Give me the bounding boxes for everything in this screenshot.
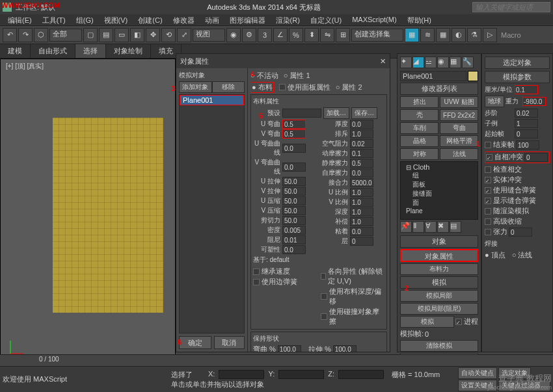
- cloth-force-chk[interactable]: 使用布料深度/偏移: [321, 287, 384, 306]
- unique-icon[interactable]: ∀: [425, 221, 437, 233]
- window-crossing-button[interactable]: ◧: [130, 28, 144, 42]
- add-object-button[interactable]: 添加对象: [179, 81, 212, 93]
- mod-spline[interactable]: 法线: [440, 148, 478, 160]
- object-list[interactable]: Plane001: [179, 94, 245, 333]
- modify-tab-icon[interactable]: ◢: [412, 57, 424, 68]
- selection-filter-dropdown[interactable]: 全部: [49, 29, 82, 42]
- radio-inactive[interactable]: ○ 不活动: [250, 71, 278, 81]
- pin-stack-icon[interactable]: 📌: [400, 221, 412, 233]
- mod-bend[interactable]: 弯曲: [440, 122, 478, 134]
- percent-snap-button[interactable]: %: [289, 28, 303, 42]
- scale-button[interactable]: ⤢: [177, 28, 191, 42]
- menu-help[interactable]: 帮助(H): [402, 14, 437, 25]
- erase-sim-button[interactable]: 清除模拟: [400, 340, 478, 352]
- config-icon[interactable]: ▤: [450, 221, 461, 233]
- render-setup-button[interactable]: ⚗: [467, 28, 481, 42]
- redo-button[interactable]: ↷: [18, 28, 33, 42]
- material-button[interactable]: ◐: [452, 28, 466, 42]
- u-comp-spinner[interactable]: 50.0: [282, 196, 306, 205]
- v-stretch-spinner[interactable]: 50.0: [282, 187, 306, 196]
- tension-chk[interactable]: 张力: [485, 227, 507, 237]
- seam-spinner[interactable]: 5000.0: [350, 178, 373, 187]
- named-selset-dropdown[interactable]: 创建选择集: [351, 29, 403, 42]
- adv-shrink-chk[interactable]: 高级收缩: [485, 216, 550, 226]
- create-tab-icon[interactable]: ✦: [400, 57, 412, 68]
- show-end-icon[interactable]: Ⅱ: [412, 221, 424, 233]
- schematic-button[interactable]: ▦: [436, 28, 450, 42]
- ks-bend-spinner[interactable]: 100.0: [278, 345, 301, 352]
- stack-group[interactable]: 组: [402, 171, 476, 180]
- help-search-input[interactable]: [472, 2, 550, 12]
- density-spinner[interactable]: 0.005: [282, 226, 306, 235]
- stack-plane[interactable]: Plane: [402, 207, 476, 215]
- sim-after-chk[interactable]: 随渲染模拟: [485, 206, 550, 216]
- object-list-item[interactable]: Plane001: [180, 95, 244, 105]
- y-input[interactable]: [278, 370, 324, 379]
- menu-animation[interactable]: 动画: [200, 14, 224, 25]
- sim-rollout[interactable]: 模拟: [400, 276, 478, 289]
- mod-symmetry[interactable]: 对称: [400, 148, 438, 160]
- show-sew-chk[interactable]: 显示缝合弹簧: [485, 196, 550, 205]
- aniso-chk[interactable]: 各向异性 (解除锁定 U,V): [321, 267, 384, 286]
- stack-panel[interactable]: 面板: [402, 180, 476, 189]
- pivot-button[interactable]: ◉: [226, 28, 241, 42]
- tension-spinner[interactable]: 0: [509, 228, 532, 237]
- air-spinner[interactable]: 0.02: [350, 139, 373, 148]
- menu-edit[interactable]: 编辑(E): [3, 14, 37, 25]
- offset-spinner[interactable]: 1.0: [350, 217, 373, 226]
- repel-spinner[interactable]: 1.0: [350, 129, 373, 138]
- mod-shell[interactable]: 壳: [400, 109, 438, 121]
- tab-modeling[interactable]: 建模: [0, 44, 31, 58]
- selffric-spinner[interactable]: 0.0: [350, 168, 373, 177]
- cancel-button[interactable]: 取消: [214, 336, 245, 349]
- load-preset-button[interactable]: 加载…: [323, 107, 349, 119]
- dynfric-spinner[interactable]: 0.1: [350, 149, 373, 158]
- display-tab-icon[interactable]: ▦: [450, 57, 461, 68]
- menu-customize[interactable]: 自定义(U): [305, 14, 347, 25]
- utilities-tab-icon[interactable]: 🔧: [462, 57, 474, 68]
- u-bcurve-spinner[interactable]: 0.0: [282, 144, 306, 153]
- z-input[interactable]: [338, 370, 384, 379]
- save-preset-button[interactable]: 保存…: [351, 107, 377, 119]
- earth-button[interactable]: 地球: [485, 96, 504, 107]
- object-properties-button[interactable]: 对象属性: [400, 249, 478, 262]
- object-color-swatch[interactable]: [468, 71, 478, 81]
- ok-button[interactable]: 确定: [179, 336, 211, 349]
- sim-local-button[interactable]: 模拟局部: [400, 290, 478, 302]
- startframe-spinner[interactable]: 0: [515, 129, 538, 138]
- substep-spinner[interactable]: 1: [515, 119, 538, 128]
- dialog-titlebar[interactable]: 对象属性 ✕: [176, 54, 390, 68]
- step-spinner[interactable]: 0.02: [515, 109, 538, 118]
- object-name-input[interactable]: [400, 71, 466, 81]
- self-coll-chk[interactable]: 自相冲突: [486, 152, 523, 162]
- angle-snap-button[interactable]: ∠: [273, 28, 288, 42]
- gravity-spinner[interactable]: -980.0: [522, 97, 546, 106]
- rotate-button[interactable]: ⟲: [161, 28, 176, 42]
- use-panel-checkbox[interactable]: 使用面板属性: [279, 83, 330, 92]
- menu-graph[interactable]: 图形编辑器: [224, 14, 271, 25]
- undo-button[interactable]: ↶: [3, 28, 17, 42]
- link-button[interactable]: ⬡: [34, 28, 48, 42]
- move-button[interactable]: ✥: [146, 28, 160, 42]
- object-rollout[interactable]: 对象: [400, 235, 478, 248]
- menu-group[interactable]: 组(G): [71, 14, 99, 25]
- v-bend-spinner[interactable]: 0.5: [282, 129, 306, 138]
- menu-maxscript[interactable]: MAXScript(M): [347, 14, 401, 25]
- tab-object-paint[interactable]: 对象绘制: [106, 44, 151, 58]
- align-button[interactable]: ⊞: [336, 28, 350, 42]
- tab-freeform[interactable]: 自由形式: [31, 44, 75, 58]
- plastic-spinner[interactable]: 0.0: [282, 245, 306, 254]
- plane-object[interactable]: [53, 118, 163, 313]
- sew-spring-chk[interactable]: 使用缝合弹簧: [485, 185, 550, 195]
- mod-lattice[interactable]: 晶格: [400, 135, 438, 147]
- snap-button[interactable]: 3: [258, 28, 272, 42]
- render-button[interactable]: ▷: [483, 28, 497, 42]
- cloth-force-button[interactable]: 布料力: [400, 263, 478, 275]
- modifier-stack[interactable]: ⊟ Cloth 组 面板 接缝面 面 Plane: [400, 161, 478, 220]
- close-icon[interactable]: ✕: [380, 57, 386, 66]
- curve-editor-button[interactable]: ≋: [420, 28, 435, 42]
- thickness-spinner[interactable]: 0.0: [350, 120, 373, 129]
- menu-rendering[interactable]: 渲染(R): [271, 14, 305, 25]
- edge-spring-chk[interactable]: 使用边弹簧: [253, 277, 317, 287]
- vscale-spinner[interactable]: 1.0: [350, 198, 373, 207]
